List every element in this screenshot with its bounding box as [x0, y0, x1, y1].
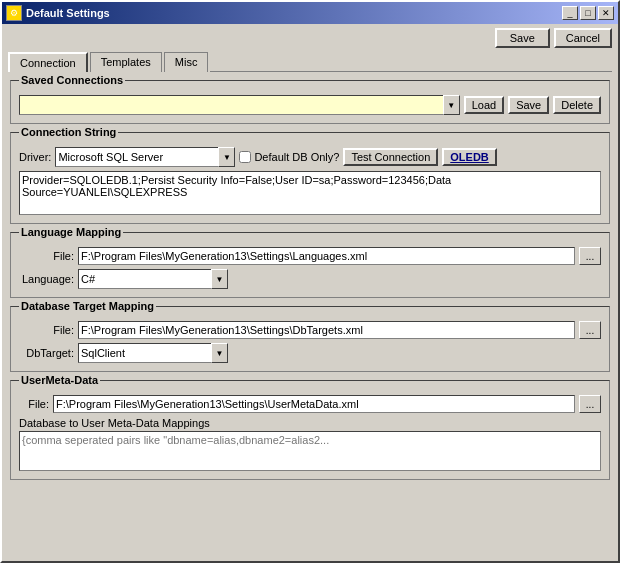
driver-label: Driver: [19, 151, 51, 163]
meta-mappings-area[interactable] [19, 431, 601, 471]
minimize-button[interactable]: _ [562, 6, 578, 20]
user-meta-label: UserMeta-Data [19, 374, 100, 386]
delete-button[interactable]: Delete [553, 96, 601, 114]
dbtarget-label: DbTarget: [19, 347, 74, 359]
db-file-input[interactable] [78, 321, 575, 339]
lang-browse-button[interactable]: ... [579, 247, 601, 265]
restore-button[interactable]: □ [580, 6, 596, 20]
dbtarget-combo[interactable]: SqlClient [78, 343, 228, 363]
tab-connection[interactable]: Connection [8, 52, 88, 72]
save-button[interactable]: Save [495, 28, 550, 48]
tab-misc[interactable]: Misc [164, 52, 209, 72]
test-connection-button[interactable]: Test Connection [343, 148, 438, 166]
lang-file-label: File: [19, 250, 74, 262]
user-meta-group: UserMeta-Data File: ... Database to User… [10, 380, 610, 480]
oledb-button[interactable]: OLEDB [442, 148, 497, 166]
title-bar-left: ⚙ Default Settings [6, 5, 110, 21]
language-mapping-group: Language Mapping File: ... Language: C# … [10, 232, 610, 298]
language-mapping-label: Language Mapping [19, 226, 123, 238]
meta-mappings-label: Database to User Meta-Data Mappings [19, 417, 210, 429]
tab-content: Saved Connections ▼ Load Save Delete Con… [2, 72, 618, 561]
main-window: ⚙ Default Settings _ □ ✕ Save Cancel Con… [0, 0, 620, 563]
title-buttons: _ □ ✕ [562, 6, 614, 20]
meta-file-input[interactable] [53, 395, 575, 413]
db-file-label: File: [19, 324, 74, 336]
connection-string-label: Connection String [19, 126, 118, 138]
db-target-group: Database Target Mapping File: ... DbTarg… [10, 306, 610, 372]
close-button[interactable]: ✕ [598, 6, 614, 20]
tabs-bar: Connection Templates Misc [2, 52, 618, 72]
tab-templates[interactable]: Templates [90, 52, 162, 72]
window-title: Default Settings [26, 7, 110, 19]
saved-connections-group: Saved Connections ▼ Load Save Delete [10, 80, 610, 124]
saved-connections-input[interactable] [19, 95, 460, 115]
title-bar: ⚙ Default Settings _ □ ✕ [2, 2, 618, 24]
language-label: Language: [19, 273, 74, 285]
save-conn-button[interactable]: Save [508, 96, 549, 114]
saved-connections-label: Saved Connections [19, 74, 125, 86]
db-target-label: Database Target Mapping [19, 300, 156, 312]
load-button[interactable]: Load [464, 96, 504, 114]
cancel-button[interactable]: Cancel [554, 28, 612, 48]
default-db-check-label: Default DB Only? [239, 151, 339, 163]
driver-combo[interactable]: Microsoft SQL Server [55, 147, 235, 167]
connection-string-area[interactable]: Provider=SQLOLEDB.1;Persist Security Inf… [19, 171, 601, 215]
default-db-checkbox[interactable] [239, 151, 251, 163]
meta-file-label: File: [19, 398, 49, 410]
db-browse-button[interactable]: ... [579, 321, 601, 339]
lang-file-input[interactable] [78, 247, 575, 265]
toolbar: Save Cancel [2, 24, 618, 52]
connection-string-group: Connection String Driver: Microsoft SQL … [10, 132, 610, 224]
language-combo[interactable]: C# [78, 269, 228, 289]
window-icon: ⚙ [6, 5, 22, 21]
meta-browse-button[interactable]: ... [579, 395, 601, 413]
